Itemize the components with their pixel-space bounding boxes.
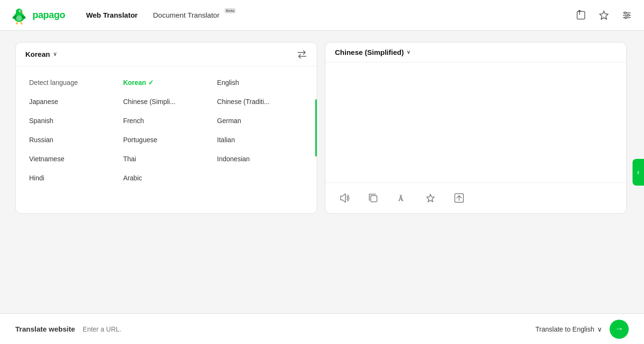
target-lang-label: Chinese (Simplified) — [335, 48, 404, 56]
settings-icon — [622, 10, 632, 21]
svg-marker-27 — [341, 194, 345, 202]
lang-option-empty — [213, 169, 307, 187]
sidebar-toggle-icon: ‹ — [637, 168, 639, 177]
lang-option-chinese-traditional[interactable]: Chinese (Traditi... — [213, 93, 307, 110]
logo[interactable]: papago — [10, 6, 65, 25]
svg-point-23 — [627, 14, 629, 16]
svg-point-7 — [16, 15, 22, 21]
translate-to-label: Translate to English — [536, 325, 594, 333]
star-icon — [599, 10, 609, 21]
bottom-bar: Translate website Translate to English ∨… — [0, 313, 644, 344]
lang-option-thai[interactable]: Thai — [119, 150, 214, 167]
romanize-button[interactable]: Ā Ā — [388, 187, 415, 209]
bookmark-icon — [425, 193, 436, 203]
svg-marker-18 — [600, 11, 608, 20]
nav-web-translator[interactable]: Web Translator — [80, 7, 143, 23]
go-button[interactable]: → — [610, 320, 629, 339]
source-panel: Korean ∨ Detect language Korean ✓ Englis… — [15, 42, 317, 214]
source-lang-chevron-icon: ∨ — [53, 51, 57, 57]
header: papago Web Translator Document Translato… — [0, 0, 644, 31]
source-lang-selector[interactable]: Korean ∨ — [25, 48, 57, 60]
target-translation-area — [325, 63, 626, 182]
svg-point-1 — [16, 9, 22, 15]
lang-option-detect[interactable]: Detect language — [25, 74, 119, 91]
lang-option-english[interactable]: English — [213, 74, 307, 91]
lang-option-portuguese[interactable]: Portuguese — [119, 131, 214, 148]
target-lang-chevron-icon: ∨ — [407, 49, 410, 55]
logo-text: papago — [32, 10, 65, 21]
copy-button[interactable] — [360, 187, 386, 209]
papago-logo-icon — [10, 6, 29, 25]
share-button[interactable] — [573, 8, 589, 23]
swap-icon — [297, 50, 307, 59]
url-input[interactable] — [83, 325, 528, 333]
nav-links: Web Translator Document Translator Beta — [80, 7, 236, 23]
lang-option-korean[interactable]: Korean ✓ — [119, 74, 214, 91]
translate-to-chevron-icon: ∨ — [597, 325, 602, 333]
header-icons — [573, 8, 634, 23]
svg-marker-31 — [427, 194, 434, 202]
romanize-icon: Ā Ā — [397, 193, 407, 203]
lang-option-french[interactable]: French — [119, 112, 214, 129]
bookmark-button[interactable] — [596, 8, 612, 23]
target-panel: Chinese (Simplified) ∨ — [325, 42, 627, 214]
translate-website-label: Translate website — [15, 325, 75, 333]
svg-point-22 — [624, 12, 626, 14]
svg-rect-16 — [577, 11, 585, 19]
target-lang-selector[interactable]: Chinese (Simplified) ∨ — [335, 48, 410, 56]
translate-to-button[interactable]: Translate to English ∨ — [536, 325, 602, 333]
lang-option-japanese[interactable]: Japanese — [25, 93, 119, 110]
settings-button[interactable] — [619, 8, 634, 23]
svg-point-3 — [20, 10, 21, 11]
share-translation-button[interactable] — [446, 187, 472, 209]
nav-document-translator[interactable]: Document Translator Beta — [147, 7, 236, 23]
target-lang-bar: Chinese (Simplified) ∨ — [325, 42, 626, 63]
beta-badge: Beta — [225, 8, 236, 13]
lang-option-hindi[interactable]: Hindi — [25, 169, 119, 187]
tts-button[interactable] — [331, 187, 358, 209]
svg-rect-28 — [371, 196, 377, 202]
lang-option-german[interactable]: German — [213, 112, 307, 129]
svg-point-24 — [625, 17, 627, 19]
svg-line-8 — [17, 21, 18, 23]
sidebar-toggle-button[interactable]: ‹ — [633, 159, 644, 186]
lang-option-indonesian[interactable]: Indonesian — [213, 150, 307, 167]
swap-languages-button[interactable] — [297, 50, 307, 59]
share-icon — [576, 10, 586, 21]
volume-icon — [339, 193, 350, 203]
lang-option-arabic[interactable]: Arabic — [119, 169, 214, 187]
lang-option-vietnamese[interactable]: Vietnamese — [25, 150, 119, 167]
target-actions-bar: Ā Ā — [325, 182, 626, 213]
copy-icon — [368, 193, 378, 203]
lang-option-spanish[interactable]: Spanish — [25, 112, 119, 129]
lang-option-italian[interactable]: Italian — [213, 131, 307, 148]
lang-option-russian[interactable]: Russian — [25, 131, 119, 148]
translator-container: Korean ∨ Detect language Korean ✓ Englis… — [15, 42, 627, 214]
svg-text:Ā: Ā — [398, 195, 404, 202]
save-button[interactable] — [417, 187, 444, 209]
main-content: Korean ∨ Detect language Korean ✓ Englis… — [0, 31, 644, 225]
green-separator-bar — [315, 99, 317, 156]
source-lang-bar: Korean ∨ — [16, 42, 317, 66]
share-translation-icon — [454, 193, 464, 203]
go-arrow-icon: → — [615, 324, 623, 334]
language-dropdown: Detect language Korean ✓ English Japanes… — [16, 66, 317, 196]
source-lang-label: Korean — [25, 50, 50, 58]
lang-option-chinese-simplified[interactable]: Chinese (Simpli... — [119, 93, 214, 110]
